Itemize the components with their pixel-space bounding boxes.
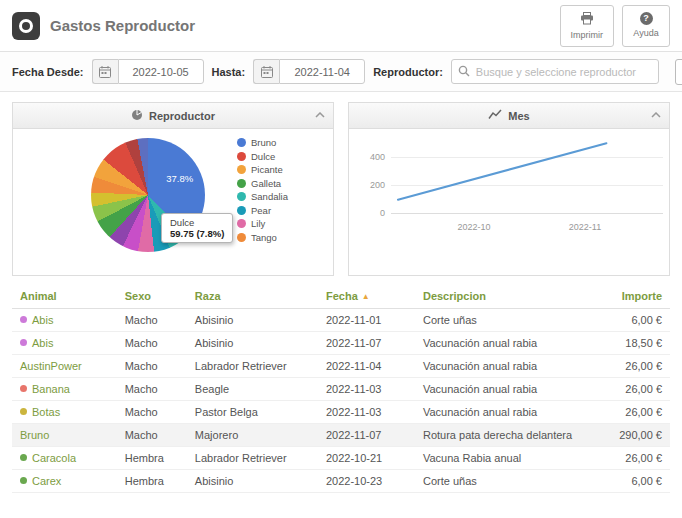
app-header: Gastos Reproductor Imprimir ? Ayuda: [0, 0, 682, 52]
column-header-raza[interactable]: Raza: [187, 284, 318, 309]
ayuda-button[interactable]: ? Ayuda: [622, 5, 670, 47]
legend-swatch: [237, 192, 246, 201]
cell-sexo: Macho: [117, 424, 187, 447]
cell-importe: 18,50 €: [611, 332, 670, 355]
animal-link[interactable]: Bruno: [20, 429, 49, 441]
header-actions: Imprimir ? Ayuda: [560, 5, 671, 47]
legend-swatch: [237, 138, 246, 147]
table-row[interactable]: AbisMachoAbisinio2022-11-01Corte uñas6,0…: [12, 309, 670, 332]
calendar-icon[interactable]: [253, 59, 279, 84]
calendar-icon[interactable]: [92, 59, 118, 84]
collapse-up-icon[interactable]: [315, 112, 325, 118]
filter-bar: Fecha Desde: Hasta: Reproductor: Buscar: [0, 52, 682, 92]
column-header-descripcion[interactable]: Descripcion: [415, 284, 611, 309]
legend-label: Tango: [251, 232, 277, 243]
cell-descripcion: Vacunación anual rabia: [415, 401, 611, 424]
cell-raza: Abisinio: [187, 470, 318, 493]
cell-sexo: Macho: [117, 332, 187, 355]
legend-label: Sandalia: [251, 191, 288, 202]
reproductor-searchbox: [451, 59, 659, 84]
cell-descripcion: Vacunación anual rabia: [415, 332, 611, 355]
line-chart-icon: [488, 109, 502, 122]
help-icon: ?: [640, 12, 653, 25]
pie-slice-label: 37.8%: [166, 173, 193, 184]
panel-mes: Mes 02004002022-102022-11: [348, 102, 670, 276]
cell-descripcion: Corte uñas: [415, 470, 611, 493]
cell-raza: Labrador Retriever: [187, 447, 318, 470]
table-body: AbisMachoAbisinio2022-11-01Corte uñas6,0…: [12, 309, 670, 493]
printer-icon: [580, 12, 594, 27]
legend-item[interactable]: Tango: [237, 231, 288, 245]
panel-reproductor-header: Reproductor: [13, 103, 333, 129]
legend-item[interactable]: Galleta: [237, 177, 288, 191]
animal-color-dot: [20, 454, 27, 461]
legend-item[interactable]: Dulce: [237, 150, 288, 164]
cell-importe: 290,00 €: [611, 424, 670, 447]
column-header-fecha[interactable]: Fecha▲: [318, 284, 415, 309]
cell-descripcion: Vacunación anual rabia: [415, 378, 611, 401]
table-row[interactable]: BotasMachoPastor Belga2022-11-03Vacunaci…: [12, 401, 670, 424]
gridline: [391, 185, 663, 186]
column-header-animal[interactable]: Animal: [12, 284, 117, 309]
cell-sexo: Macho: [117, 355, 187, 378]
cell-descripcion: Rotura pata derecha delantera: [415, 424, 611, 447]
cell-sexo: Macho: [117, 309, 187, 332]
line-panel-body: 02004002022-102022-11: [349, 129, 669, 275]
table-row[interactable]: BananaMachoBeagle2022-11-03Vacunación an…: [12, 378, 670, 401]
legend-swatch: [237, 179, 246, 188]
app-logo: [12, 12, 40, 40]
fecha-desde-group: [92, 59, 204, 84]
tooltip-series: Dulce: [170, 217, 224, 228]
legend-swatch: [237, 165, 246, 174]
cell-fecha: 2022-11-04: [318, 355, 415, 378]
y-axis-tick: 0: [351, 208, 385, 218]
hasta-label: Hasta:: [212, 66, 246, 78]
legend-label: Lily: [251, 218, 265, 229]
cell-raza: Pastor Belga: [187, 401, 318, 424]
cell-importe: 26,00 €: [611, 447, 670, 470]
legend-label: Dulce: [251, 151, 275, 162]
table-row[interactable]: BrunoMachoMajorero2022-11-07Rotura pata …: [12, 424, 670, 447]
animal-link[interactable]: Carex: [32, 475, 61, 487]
cell-sexo: Hembra: [117, 470, 187, 493]
table-row[interactable]: CaracolaHembraLabrador Retriever2022-10-…: [12, 447, 670, 470]
column-header-importe[interactable]: Importe: [611, 284, 670, 309]
hasta-input[interactable]: [279, 59, 365, 84]
cell-raza: Abisinio: [187, 332, 318, 355]
legend-item[interactable]: Lily: [237, 217, 288, 231]
cell-descripcion: Vacuna Rabia anual: [415, 447, 611, 470]
cell-sexo: Hembra: [117, 447, 187, 470]
animal-link[interactable]: Botas: [32, 406, 60, 418]
legend-item[interactable]: Sandalia: [237, 190, 288, 204]
collapse-up-icon[interactable]: [651, 112, 661, 118]
animal-color-dot: [20, 408, 27, 415]
animal-link[interactable]: Caracola: [32, 452, 76, 464]
animal-link[interactable]: Abis: [32, 314, 53, 326]
panel-reproductor-title: Reproductor: [149, 110, 215, 122]
fecha-desde-input[interactable]: [118, 59, 204, 84]
legend-swatch: [237, 233, 246, 242]
reproductor-search-input[interactable]: [451, 59, 659, 84]
legend-item[interactable]: Picante: [237, 163, 288, 177]
animal-link[interactable]: Abis: [32, 337, 53, 349]
table-row[interactable]: AustinPowerMachoLabrador Retriever2022-1…: [12, 355, 670, 378]
line-chart[interactable]: 02004002022-102022-11: [349, 129, 669, 275]
animal-color-dot: [20, 339, 27, 346]
hasta-group: [253, 59, 365, 84]
logo-ring-icon: [19, 19, 33, 33]
cell-raza: Abisinio: [187, 309, 318, 332]
panel-mes-title: Mes: [508, 110, 529, 122]
animal-link[interactable]: Banana: [32, 383, 70, 395]
chart-tooltip: Dulce 59.75 (7.8%): [161, 213, 233, 243]
animal-link[interactable]: AustinPower: [20, 360, 82, 372]
imprimir-button[interactable]: Imprimir: [560, 5, 615, 47]
table-row[interactable]: CarexHembraAbisinio2022-10-23Corte uñas6…: [12, 470, 670, 493]
animal-color-dot: [20, 316, 27, 323]
column-header-sexo[interactable]: Sexo: [117, 284, 187, 309]
buscar-button[interactable]: Buscar: [675, 59, 682, 85]
cell-fecha: 2022-10-23: [318, 470, 415, 493]
table-row[interactable]: AbisMachoAbisinio2022-11-07Vacunación an…: [12, 332, 670, 355]
legend-item[interactable]: Bruno: [237, 136, 288, 150]
legend-item[interactable]: Pear: [237, 204, 288, 218]
charts-row: Reproductor 37.8% BrunoDulcePicanteGalle…: [0, 92, 682, 276]
